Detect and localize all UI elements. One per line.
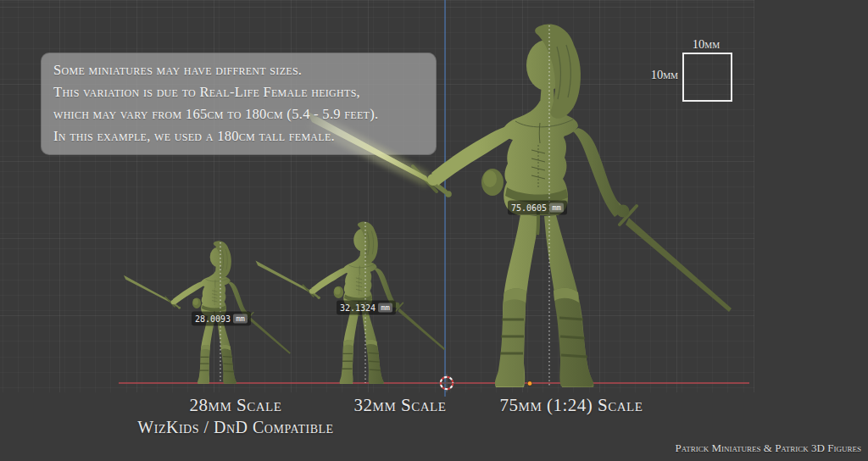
reference-square: [682, 53, 732, 102]
measurement-value: 32.1324: [340, 303, 376, 312]
info-line-3: which may vary from 165cm to 180cm (5.4 …: [53, 103, 424, 125]
reference-square-top-label: 10mm: [693, 37, 720, 52]
measurement-value: 28.0093: [195, 314, 231, 323]
3d-cursor-icon[interactable]: [437, 374, 456, 392]
viewport[interactable]: Some miniatures may have diffrent sizes.…: [0, 0, 868, 461]
info-box: Some miniatures may have diffrent sizes.…: [41, 53, 437, 155]
info-line-4: In this example, we used a 180cm tall fe…: [53, 125, 424, 147]
measurement-unit: mm: [378, 303, 392, 313]
measurement-value: 75.0605: [511, 203, 547, 212]
info-line-2: This variation is due to Real-Life Femal…: [53, 81, 424, 103]
scale-label-28mm: 28mm Scale: [190, 395, 282, 416]
info-line-1: Some miniatures may have diffrent sizes.: [53, 59, 424, 81]
scale-label-75mm: 75mm (1:24) Scale: [500, 395, 643, 416]
measurement-unit: mm: [549, 203, 564, 213]
scale-sublabel-28mm: WizKids / DnD Compatible: [137, 418, 333, 437]
measurement-badge-32mm: 32.1324 mm: [337, 301, 396, 315]
measurement-badge-28mm: 28.0093 mm: [192, 312, 251, 326]
measurement-unit: mm: [233, 314, 248, 324]
origin-dot: [527, 381, 532, 386]
measurement-badge-75mm: 75.0605 mm: [508, 201, 567, 215]
scale-label-32mm: 32mm Scale: [354, 395, 447, 416]
watermark: Patrick Miniatures & Patrick 3D Figures: [675, 442, 861, 455]
reference-square-side-label: 10mm: [651, 68, 678, 82]
